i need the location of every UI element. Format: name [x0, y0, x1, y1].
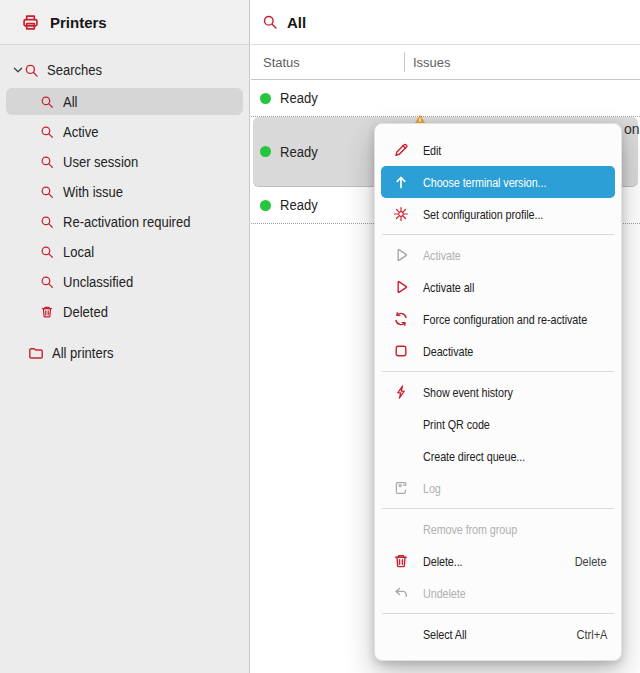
status-label: Ready — [280, 90, 318, 106]
search-icon — [40, 185, 54, 199]
menu-item-activate-all[interactable]: Activate all — [381, 271, 615, 303]
menu-item-shortcut: Delete — [575, 554, 607, 569]
menu-item-print-qr-code[interactable]: Print QR code — [381, 408, 615, 440]
menu-item-force-configuration-and-re-activate[interactable]: Force configuration and re-activate — [381, 303, 615, 335]
column-header-status[interactable]: Status — [251, 45, 405, 79]
no-icon — [393, 416, 409, 432]
menu-item-undelete: Undelete — [381, 577, 615, 609]
menu-item-label: Delete... — [423, 554, 540, 569]
menu-item-label: Force configuration and re-activate — [423, 312, 587, 327]
stop-square-icon — [393, 343, 409, 359]
menu-item-remove-from-group: Remove from group — [381, 513, 615, 545]
menu-item-label: Select All — [423, 627, 541, 642]
menu-separator — [382, 613, 614, 614]
gear-icon — [393, 206, 409, 222]
sidebar-item-label: Deleted — [63, 304, 108, 320]
bolt-icon — [393, 384, 409, 400]
menu-item-label: Set configuration profile... — [423, 207, 570, 222]
table-row[interactable]: Ready — [251, 80, 640, 117]
status-label: Ready — [280, 144, 318, 160]
menu-item-label: Choose terminal version... — [423, 175, 570, 190]
search-icon — [40, 245, 54, 259]
sidebar-item-all-printers[interactable]: All printers — [0, 339, 249, 367]
sidebar-item-unclassified[interactable]: Unclassified — [6, 268, 243, 295]
refresh-icon — [393, 311, 409, 327]
no-icon — [393, 521, 409, 537]
sidebar-item-all[interactable]: All — [6, 88, 243, 115]
no-icon — [393, 626, 409, 642]
menu-item-label: Deactivate — [423, 344, 570, 359]
search-icon — [40, 155, 54, 169]
sidebar-item-local[interactable]: Local — [6, 238, 243, 265]
column-header-issues[interactable]: Issues — [405, 55, 451, 70]
page-title: All — [287, 14, 306, 31]
menu-separator — [382, 371, 614, 372]
menu-item-label: Undelete — [423, 586, 570, 601]
menu-item-deactivate[interactable]: Deactivate — [381, 335, 615, 367]
menu-item-create-direct-queue[interactable]: Create direct queue... — [381, 440, 615, 472]
play-icon — [393, 247, 409, 263]
sidebar-group-label: Searches — [47, 62, 102, 78]
menu-item-delete[interactable]: Delete...Delete — [381, 545, 615, 577]
sidebar: Printers Searches AllActiveUser sessionW… — [0, 0, 250, 673]
sidebar-item-user-session[interactable]: User session — [6, 148, 243, 175]
menu-item-log: Log — [381, 472, 615, 504]
main-header: All — [251, 0, 640, 45]
app-title: Printers — [50, 14, 107, 31]
sidebar-item-label: Unclassified — [63, 274, 133, 290]
search-icon — [262, 14, 278, 30]
sidebar-group-searches[interactable]: Searches — [0, 58, 249, 82]
trash-icon — [40, 305, 54, 319]
undo-icon — [393, 585, 409, 601]
menu-item-label: Print QR code — [423, 417, 570, 432]
sidebar-item-with-issue[interactable]: With issue — [6, 178, 243, 205]
menu-item-label: Create direct queue... — [423, 449, 570, 464]
menu-item-edit[interactable]: Edit — [381, 134, 615, 166]
search-icon — [40, 95, 54, 109]
no-icon — [393, 448, 409, 464]
trash-icon — [393, 553, 409, 569]
menu-item-select-all[interactable]: Select AllCtrl+A — [381, 618, 615, 650]
log-scroll-icon — [393, 480, 409, 496]
status-dot — [260, 93, 271, 104]
status-dot — [260, 200, 271, 211]
sidebar-item-label: All — [63, 94, 77, 110]
search-icon — [24, 63, 39, 78]
context-menu: EditChoose terminal version...Set config… — [374, 123, 622, 661]
sidebar-item-label: Active — [63, 124, 98, 140]
sidebar-search-list: AllActiveUser sessionWith issueRe-activa… — [0, 88, 249, 325]
sidebar-item-label: All printers — [52, 345, 114, 361]
printer-icon — [21, 13, 40, 32]
menu-item-label: Activate all — [423, 280, 570, 295]
app-header: Printers — [0, 0, 249, 45]
sidebar-item-label: With issue — [63, 184, 123, 200]
status-dot — [260, 146, 271, 157]
sidebar-item-label: User session — [63, 154, 138, 170]
menu-separator — [382, 234, 614, 235]
play-icon — [393, 279, 409, 295]
menu-item-label: Show event history — [423, 385, 570, 400]
menu-item-activate: Activate — [381, 239, 615, 271]
menu-item-shortcut: Ctrl+A — [576, 627, 607, 642]
chevron-down-icon[interactable] — [12, 64, 24, 76]
menu-item-label: Log — [423, 481, 570, 496]
menu-item-label: Edit — [423, 143, 570, 158]
menu-item-show-event-history[interactable]: Show event history — [381, 376, 615, 408]
menu-separator — [382, 508, 614, 509]
menu-item-label: Remove from group — [423, 522, 570, 537]
menu-item-label: Activate — [423, 248, 570, 263]
search-icon — [40, 275, 54, 289]
sidebar-item-re-activation-required[interactable]: Re-activation required — [6, 208, 243, 235]
sidebar-item-label: Local — [63, 244, 94, 260]
app-window: Printers Searches AllActiveUser sessionW… — [0, 0, 640, 673]
menu-item-set-configuration-profile[interactable]: Set configuration profile... — [381, 198, 615, 230]
sidebar-item-deleted[interactable]: Deleted — [6, 298, 243, 325]
table-header: Status Issues — [251, 45, 640, 80]
search-icon — [40, 215, 54, 229]
search-icon — [40, 125, 54, 139]
issues-text-fragment: on — [624, 121, 640, 137]
sidebar-item-active[interactable]: Active — [6, 118, 243, 145]
menu-item-choose-terminal-version[interactable]: Choose terminal version... — [381, 166, 615, 198]
arrow-up-icon — [393, 174, 409, 190]
pencil-icon — [393, 142, 409, 158]
